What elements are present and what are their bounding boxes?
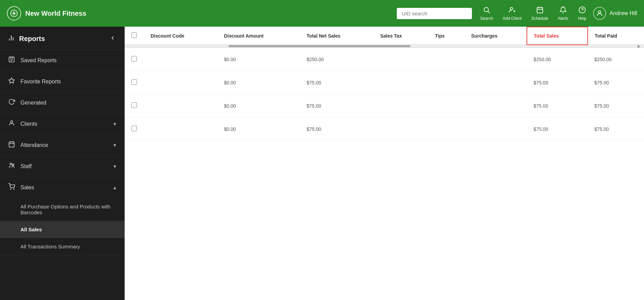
svg-point-2 <box>484 7 489 12</box>
tips-cell <box>428 94 464 118</box>
svg-rect-21 <box>9 142 14 147</box>
alerts-icon <box>559 6 567 15</box>
header-actions: Search Add Client Schedule <box>476 4 590 23</box>
sidebar-title: Reports <box>8 34 45 43</box>
discount-code-cell <box>144 71 217 94</box>
discount-code-cell <box>144 118 217 141</box>
schedule-button[interactable]: Schedule <box>527 4 552 23</box>
user-menu[interactable]: Andrew Hill <box>593 7 637 20</box>
total-sales-header: Total Sales <box>527 27 588 45</box>
surcharges-cell <box>464 94 527 118</box>
discount-amount-cell: $0.00 <box>217 94 300 118</box>
sidebar-item-generated[interactable]: Generated <box>0 92 125 113</box>
generated-icon <box>8 98 16 107</box>
svg-point-25 <box>10 163 12 165</box>
svg-point-4 <box>510 7 513 10</box>
main-content: Discount Code Discount Amount Total Net … <box>125 27 644 300</box>
table-row: $0.00 $75.00 $75.00 $75.00 <box>125 118 644 141</box>
svg-point-20 <box>11 121 13 123</box>
alerts-button[interactable]: Alerts <box>554 4 573 23</box>
svg-point-14 <box>598 11 601 13</box>
table-wrapper[interactable]: Discount Code Discount Amount Total Net … <box>125 27 644 300</box>
staff-icon <box>8 162 16 171</box>
total-net-sales-cell: $75.00 <box>300 118 374 141</box>
total-sales-cell: $75.00 <box>527 118 588 141</box>
discount-amount-header: Discount Amount <box>217 27 300 45</box>
surcharges-cell <box>464 71 527 94</box>
sidebar-collapse-button[interactable] <box>108 33 117 44</box>
user-name: Andrew Hill <box>610 10 637 16</box>
sidebar-item-saved-reports[interactable]: Saved Reports <box>0 50 125 71</box>
sidebar-item-staff[interactable]: Staff ▼ <box>0 156 125 177</box>
app-header: New World Fitness Search Add Client <box>0 0 644 27</box>
sales-tax-cell <box>373 71 428 94</box>
add-client-icon <box>508 6 516 15</box>
search-icon <box>483 6 490 15</box>
brand-name: New World Fitness <box>25 10 86 17</box>
total-sales-cell: $75.00 <box>527 71 588 94</box>
sidebar-item-favorite-reports[interactable]: Favorite Reports <box>0 71 125 92</box>
table-row: $0.00 $250.00 $250.00 $250.00 <box>125 47 644 71</box>
attendance-icon <box>8 141 16 149</box>
svg-point-1 <box>13 12 15 14</box>
sidebar-item-sales[interactable]: Sales ▲ <box>0 177 125 198</box>
row-select-checkbox[interactable] <box>131 79 137 85</box>
table-row: $0.00 $75.00 $75.00 $75.00 <box>125 71 644 94</box>
discount-amount-cell: $0.00 <box>217 71 300 94</box>
sales-tax-cell <box>373 47 428 71</box>
sidebar-item-attendance[interactable]: Attendance ▼ <box>0 135 125 156</box>
tips-cell <box>428 118 464 141</box>
sidebar-item-all-sales[interactable]: All Sales <box>0 221 125 238</box>
sidebar-item-all-purchase-options[interactable]: All Purchase Options and Products with B… <box>0 198 125 221</box>
sidebar: Reports Saved Reports <box>0 27 125 300</box>
brand: New World Fitness <box>7 6 137 21</box>
row-checkbox-cell[interactable] <box>125 71 144 94</box>
tips-header: Tips <box>428 27 464 45</box>
total-net-sales-cell: $75.00 <box>300 94 374 118</box>
total-net-sales-header: Total Net Sales <box>300 27 374 45</box>
select-all-checkbox[interactable] <box>131 32 137 38</box>
user-avatar <box>593 7 606 20</box>
chevron-down-icon: ▼ <box>112 142 117 148</box>
total-sales-cell: $75.00 <box>527 94 588 118</box>
select-all-header[interactable] <box>125 27 144 45</box>
row-select-checkbox[interactable] <box>131 56 137 62</box>
total-net-sales-cell: $75.00 <box>300 71 374 94</box>
total-paid-cell: $250.00 <box>588 47 644 71</box>
svg-point-28 <box>14 189 14 190</box>
brand-logo <box>7 6 21 21</box>
sidebar-item-all-transactions-summary[interactable]: All Transactions Summary <box>0 238 125 255</box>
sales-icon <box>8 183 16 192</box>
chevron-up-icon: ▲ <box>112 185 117 190</box>
discount-code-header: Discount Code <box>144 27 217 45</box>
chevron-down-icon: ▼ <box>112 164 117 169</box>
total-paid-cell: $75.00 <box>588 71 644 94</box>
help-button[interactable]: Help <box>574 4 590 23</box>
report-table: Discount Code Discount Amount Total Net … <box>125 27 644 141</box>
row-checkbox-cell[interactable] <box>125 94 144 118</box>
uid-search-input[interactable] <box>397 8 472 19</box>
discount-code-cell <box>144 94 217 118</box>
row-select-checkbox[interactable] <box>131 126 137 131</box>
surcharges-header: Surcharges <box>464 27 527 45</box>
saved-reports-icon <box>8 56 16 65</box>
total-paid-cell: $75.00 <box>588 94 644 118</box>
reports-icon <box>8 34 15 43</box>
sales-tax-cell <box>373 118 428 141</box>
row-checkbox-cell[interactable] <box>125 47 144 71</box>
sidebar-header: Reports <box>0 27 125 50</box>
surcharges-cell <box>464 118 527 141</box>
search-button[interactable]: Search <box>476 4 497 23</box>
row-select-checkbox[interactable] <box>131 103 137 108</box>
surcharges-cell <box>464 47 527 71</box>
sidebar-item-clients[interactable]: Clients ▼ <box>0 113 125 135</box>
tips-cell <box>428 47 464 71</box>
row-checkbox-cell[interactable] <box>125 118 144 141</box>
discount-amount-cell: $0.00 <box>217 118 300 141</box>
svg-rect-7 <box>537 7 543 13</box>
favorite-reports-icon <box>8 77 16 86</box>
svg-point-27 <box>11 189 11 190</box>
svg-point-26 <box>12 164 14 166</box>
discount-code-cell <box>144 47 217 71</box>
add-client-button[interactable]: Add Client <box>499 4 526 23</box>
